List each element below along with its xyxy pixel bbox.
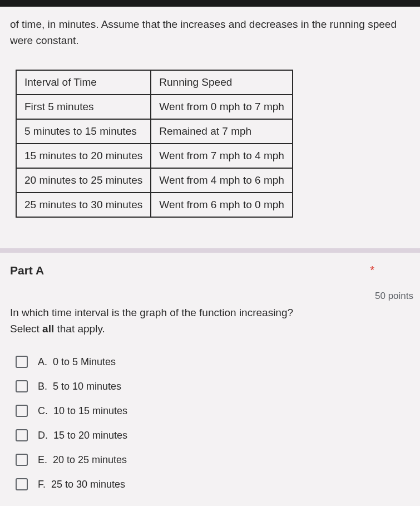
table-cell: Went from 7 mph to 4 mph <box>151 144 293 168</box>
table-row: 15 minutes to 20 minutes Went from 7 mph… <box>16 144 293 168</box>
table-cell: Went from 0 mph to 7 mph <box>151 95 293 119</box>
option-label: D. 15 to 20 minutes <box>38 430 127 441</box>
table-cell: Went from 4 mph to 6 mph <box>151 168 293 193</box>
option-b[interactable]: B. 5 to 10 minutes <box>16 380 413 392</box>
option-a[interactable]: A. 0 to 5 Minutes <box>16 356 413 368</box>
table-cell: First 5 minutes <box>16 95 151 119</box>
checkbox-e[interactable] <box>16 454 28 466</box>
prompt-line-2: Select all that apply. <box>10 323 105 335</box>
table-cell: 25 minutes to 30 minutes <box>16 193 151 217</box>
option-label: B. 5 to 10 minutes <box>38 381 121 392</box>
checkbox-a[interactable] <box>16 356 28 368</box>
option-label: E. 20 to 25 minutes <box>38 454 127 466</box>
option-e[interactable]: E. 20 to 25 minutes <box>16 454 413 466</box>
table-cell: Remained at 7 mph <box>151 119 293 144</box>
part-right: * 50 points <box>370 264 413 302</box>
intro-text: of time, in minutes. Assume that the inc… <box>10 17 413 48</box>
part-left: Part A <box>10 264 44 277</box>
option-label: F. 25 to 30 minutes <box>38 479 125 490</box>
options-group: A. 0 to 5 Minutes B. 5 to 10 minutes C. … <box>16 356 413 490</box>
checkbox-b[interactable] <box>16 380 28 392</box>
part-label: Part A <box>10 264 44 277</box>
table-cell: 15 minutes to 20 minutes <box>16 144 151 168</box>
table-row: 25 minutes to 30 minutes Went from 6 mph… <box>16 193 293 217</box>
data-table: Interval of Time Running Speed First 5 m… <box>16 70 293 218</box>
worksheet-page: of time, in minutes. Assume that the inc… <box>0 0 420 506</box>
option-c[interactable]: C. 10 to 15 minutes <box>16 405 413 417</box>
table-header-cell: Interval of Time <box>16 70 151 95</box>
table-row: First 5 minutes Went from 0 mph to 7 mph <box>16 95 293 119</box>
table-row: Interval of Time Running Speed <box>16 70 293 95</box>
required-asterisk: * <box>370 264 374 277</box>
option-label: A. 0 to 5 Minutes <box>38 356 116 368</box>
table-cell: 5 minutes to 15 minutes <box>16 119 151 144</box>
points-label: 50 points <box>375 291 413 302</box>
option-f[interactable]: F. 25 to 30 minutes <box>16 478 413 490</box>
section-divider <box>0 248 420 253</box>
prompt-line-1: In which time interval is the graph of t… <box>10 307 293 318</box>
option-d[interactable]: D. 15 to 20 minutes <box>16 429 413 441</box>
question-prompt: In which time interval is the graph of t… <box>10 305 413 337</box>
checkbox-f[interactable] <box>16 478 28 490</box>
part-header: Part A * 50 points <box>10 264 413 302</box>
checkbox-c[interactable] <box>16 405 28 417</box>
option-label: C. 10 to 15 minutes <box>38 405 127 417</box>
checkbox-d[interactable] <box>16 429 28 441</box>
table-header-cell: Running Speed <box>151 70 293 95</box>
table-cell: 20 minutes to 25 minutes <box>16 168 151 193</box>
table-row: 5 minutes to 15 minutes Remained at 7 mp… <box>16 119 293 144</box>
table-row: 20 minutes to 25 minutes Went from 4 mph… <box>16 168 293 193</box>
table-cell: Went from 6 mph to 0 mph <box>151 193 293 217</box>
